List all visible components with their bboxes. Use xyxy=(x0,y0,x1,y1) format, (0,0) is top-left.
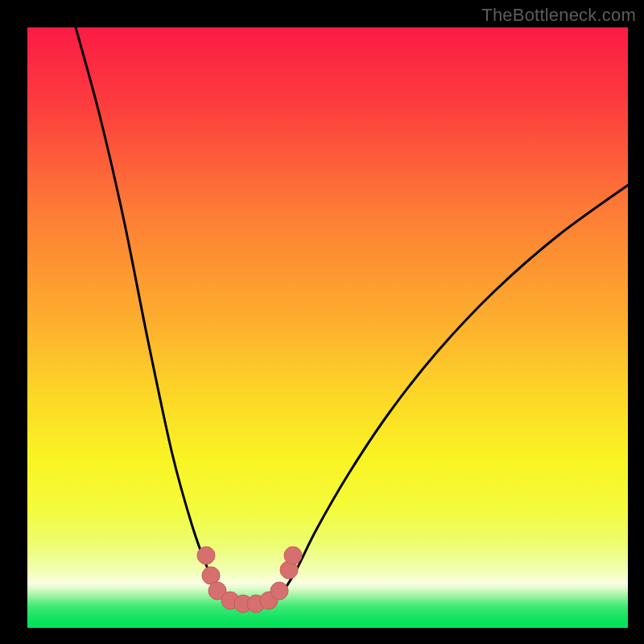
trough-marker xyxy=(270,582,288,600)
trough-markers xyxy=(197,547,302,613)
chart-svg xyxy=(27,27,628,628)
outer-frame: TheBottleneck.com xyxy=(0,0,644,644)
plot-area xyxy=(27,27,628,628)
trough-marker xyxy=(197,547,215,564)
watermark-text: TheBottleneck.com xyxy=(481,5,636,26)
bottleneck-curve xyxy=(76,27,628,605)
trough-marker xyxy=(284,547,302,564)
